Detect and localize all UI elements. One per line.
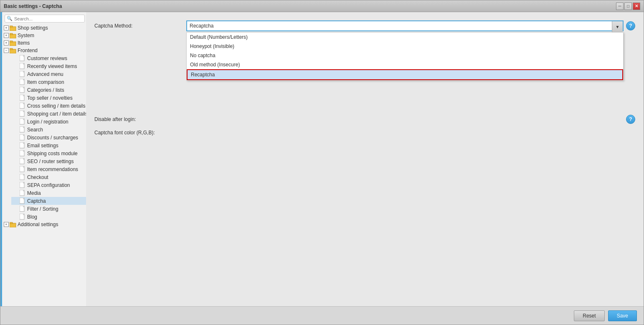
sidebar-item-filter-sorting[interactable]: Filter / Sorting bbox=[11, 205, 87, 213]
folder-icon bbox=[10, 40, 16, 46]
disable-after-login-help-button[interactable]: ? bbox=[626, 115, 635, 124]
sidebar-item-seo-router-settings[interactable]: SEO / router settings bbox=[11, 157, 87, 165]
search-input[interactable] bbox=[14, 16, 83, 21]
sidebar-item-recently-viewed-items[interactable]: Recently viewed items bbox=[11, 62, 87, 70]
dropdown-option-no-captcha[interactable]: No captcha bbox=[187, 51, 623, 60]
sidebar-item-label: Item recommendations bbox=[27, 166, 78, 172]
sidebar-item-captcha[interactable]: Captcha bbox=[11, 197, 87, 205]
sidebar-item-label: Shipping costs module bbox=[27, 151, 78, 156]
sidebar-item-additional-settings[interactable]: + Additional settings bbox=[2, 221, 87, 228]
title-bar: Basic settings - Captcha ─ □ ✕ bbox=[0, 0, 644, 12]
svg-rect-1 bbox=[10, 26, 13, 27]
sidebar-item-label: Checkout bbox=[27, 174, 48, 180]
sidebar-item-label: Captcha bbox=[27, 198, 46, 204]
sidebar-item-label: Items bbox=[18, 40, 30, 46]
sidebar-item-label: Top seller / novelties bbox=[27, 95, 73, 101]
file-icon bbox=[20, 103, 25, 109]
reset-button[interactable]: Reset bbox=[574, 310, 604, 321]
select-dropdown-arrow[interactable]: ▼ bbox=[612, 21, 623, 32]
captcha-method-select-wrapper: Recaptcha ▼ Default (Numbers/Letters) Ho… bbox=[186, 20, 624, 31]
main-window: Basic settings - Captcha ─ □ ✕ 🔍 + bbox=[0, 0, 644, 325]
expand-system[interactable]: + bbox=[4, 33, 9, 38]
sidebar-item-advanced-menu[interactable]: Advanced menu bbox=[11, 70, 87, 78]
file-icon bbox=[20, 150, 25, 156]
save-button[interactable]: Save bbox=[608, 310, 637, 321]
sidebar-item-discounts-surcharges[interactable]: Discounts / surcharges bbox=[11, 134, 87, 141]
dropdown-option-honeypot[interactable]: Honeypot (Invisible) bbox=[187, 42, 623, 51]
sidebar-item-shipping-costs-module[interactable]: Shipping costs module bbox=[11, 149, 87, 157]
sidebar-item-login-registration[interactable]: Login / registration bbox=[11, 118, 87, 126]
sidebar-item-label: Additional settings bbox=[18, 222, 58, 227]
sidebar-item-blog[interactable]: Blog bbox=[11, 213, 87, 221]
dropdown-option-recaptcha[interactable]: Recaptcha bbox=[187, 69, 623, 80]
sidebar-item-label: Login / registration bbox=[27, 119, 68, 125]
expand-frontend[interactable]: − bbox=[4, 48, 9, 53]
sidebar-item-label: Advanced menu bbox=[27, 71, 63, 77]
sidebar-item-media[interactable]: Media bbox=[11, 189, 87, 197]
nav-tree: + Shop settings + bbox=[2, 24, 87, 306]
folder-icon bbox=[10, 33, 16, 38]
file-icon bbox=[20, 71, 25, 77]
svg-rect-30 bbox=[10, 222, 13, 224]
sidebar-item-items[interactable]: + Items bbox=[2, 39, 87, 47]
sidebar-item-label: Customer reviews bbox=[27, 55, 67, 61]
select-value: Recaptcha bbox=[190, 23, 213, 29]
captcha-method-label: Captcha Method: bbox=[94, 23, 186, 29]
file-icon bbox=[20, 174, 25, 180]
sidebar-item-customer-reviews[interactable]: Customer reviews bbox=[11, 54, 87, 62]
sidebar-item-label: Search bbox=[27, 127, 43, 133]
sidebar-item-system[interactable]: + System bbox=[2, 32, 87, 39]
sidebar-item-frontend[interactable]: − Frontend bbox=[2, 47, 87, 54]
maximize-button[interactable]: □ bbox=[624, 3, 632, 10]
sidebar-item-cross-selling[interactable]: Cross selling / item details bbox=[11, 102, 87, 110]
sidebar-item-shop-settings[interactable]: + Shop settings bbox=[2, 24, 87, 32]
file-icon bbox=[20, 198, 25, 204]
file-icon bbox=[20, 126, 25, 133]
sidebar-item-email-settings[interactable]: Email settings bbox=[11, 141, 87, 149]
sidebar-item-sepa-configuration[interactable]: SEPA configuration bbox=[11, 181, 87, 189]
sidebar-item-label: Shopping cart / item details bbox=[27, 111, 87, 117]
svg-rect-5 bbox=[10, 41, 13, 42]
expand-items[interactable]: + bbox=[4, 40, 9, 45]
sidebar-item-checkout[interactable]: Checkout bbox=[11, 173, 87, 181]
main-content: 🔍 + Shop settings bbox=[0, 12, 644, 306]
file-icon bbox=[20, 214, 25, 220]
file-icon bbox=[20, 142, 25, 149]
sidebar-item-shopping-cart[interactable]: Shopping cart / item details bbox=[11, 110, 87, 118]
close-button[interactable]: ✕ bbox=[633, 3, 640, 10]
file-icon bbox=[20, 95, 25, 101]
sidebar-item-label: Blog bbox=[27, 214, 37, 220]
sidebar-item-categories-lists[interactable]: Categories / lists bbox=[11, 86, 87, 94]
sidebar-item-item-comparison[interactable]: Item comparison bbox=[11, 78, 87, 86]
svg-rect-7 bbox=[10, 48, 13, 50]
dropdown-option-old-method[interactable]: Old method (Insecure) bbox=[187, 60, 623, 69]
sidebar-item-label: SEO / router settings bbox=[27, 159, 74, 164]
captcha-font-color-label: Captcha font color (R,G,B): bbox=[94, 130, 186, 136]
captcha-method-dropdown: Default (Numbers/Letters) Honeypot (Invi… bbox=[186, 32, 624, 81]
search-box: 🔍 bbox=[5, 15, 85, 23]
expand-additional-settings[interactable]: + bbox=[4, 222, 9, 227]
captcha-method-select[interactable]: Recaptcha ▼ bbox=[186, 20, 624, 31]
sidebar: 🔍 + Shop settings bbox=[2, 12, 88, 306]
sidebar-container: 🔍 + Shop settings bbox=[0, 12, 86, 306]
folder-icon bbox=[10, 222, 16, 227]
sidebar-item-label: Shop settings bbox=[18, 25, 48, 31]
folder-icon bbox=[10, 48, 16, 53]
file-icon bbox=[20, 134, 25, 141]
file-icon bbox=[20, 79, 25, 85]
sidebar-item-label: Filter / Sorting bbox=[27, 206, 58, 212]
sidebar-item-label: SEPA configuration bbox=[27, 182, 70, 188]
sidebar-item-item-recommendations[interactable]: Item recommendations bbox=[11, 165, 87, 173]
sidebar-item-label: Recently viewed items bbox=[27, 63, 77, 69]
expand-shop-settings[interactable]: + bbox=[4, 25, 9, 30]
file-icon bbox=[20, 158, 25, 164]
minimize-button[interactable]: ─ bbox=[616, 3, 624, 10]
folder-icon bbox=[10, 25, 16, 31]
dropdown-option-default[interactable]: Default (Numbers/Letters) bbox=[187, 33, 623, 42]
file-icon bbox=[20, 182, 25, 188]
sidebar-item-top-seller-novelties[interactable]: Top seller / novelties bbox=[11, 94, 87, 102]
captcha-method-help-button[interactable]: ? bbox=[626, 21, 635, 30]
sidebar-item-search[interactable]: Search bbox=[11, 126, 87, 134]
search-icon: 🔍 bbox=[7, 16, 13, 21]
sidebar-item-label: Item comparison bbox=[27, 79, 64, 85]
